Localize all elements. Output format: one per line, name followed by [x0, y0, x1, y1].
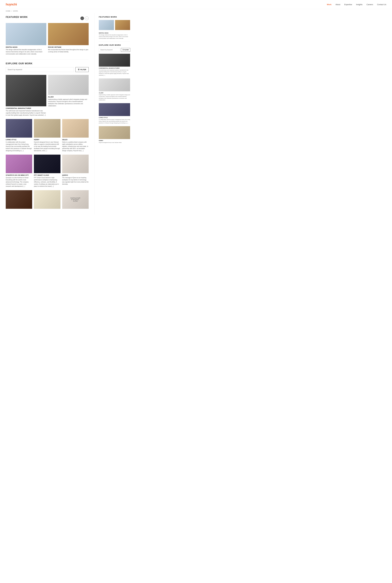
work-item-qorvo[interactable]: QORVO The message of Qorvo as an inspiri… [62, 155, 89, 187]
filter-label: FILTER [80, 69, 86, 70]
right-panel: FEATURED WORK DENTSU AEGIS The design re… [94, 13, 134, 214]
sidebar-work-item-conf[interactable]: CONFIDENTIAL MANUFACTURER The well-known… [99, 54, 130, 76]
sidebar-work-title-alliex: ALLIEX [99, 92, 130, 94]
work-title-confidential: CONFIDENTIAL MANUFACTURER [6, 107, 46, 109]
sidebar-featured-img-roche [115, 20, 130, 30]
featured-section: FEATURED WORK ← → DENTSU AEGIS The desig… [6, 16, 89, 55]
work-title-gelex: GELEX [62, 139, 89, 140]
featured-item-dentsu[interactable]: DENTSU AEGIS The design reflected this b… [6, 23, 46, 55]
nav-work[interactable]: Work [327, 3, 332, 5]
work-title-qorvo: QORVO [62, 174, 89, 176]
work-featured-row: CONFIDENTIAL MANUFACTURER The well-known… [6, 75, 89, 116]
work-item-living[interactable]: LIVING STYLE In collaboration with the p… [6, 119, 32, 152]
logo[interactable]: huynchi [6, 2, 17, 6]
sidebar-work-desc-alliex: Implementing a holistic approach which i… [99, 94, 130, 101]
nav-about[interactable]: About [336, 3, 340, 5]
work-item-kerry[interactable]: KERRY Huynchi designed Kerry's new Vietn… [34, 119, 60, 152]
carousel-prev[interactable]: ← [80, 16, 84, 20]
sidebar-featured-item-roche[interactable] [115, 20, 130, 30]
sidebar-work-title-living: LIVING STYLE [99, 117, 130, 118]
work-desc-qorvo: The message of Qorvo as an inspiring wor… [62, 177, 89, 185]
sidebar-work-desc-conf: The well-known and respected footwear ma… [99, 69, 130, 76]
sidebar-work-title-conf: CONFIDENTIAL MANUFACTURER [99, 67, 130, 69]
breadcrumb-separator: > [11, 10, 12, 12]
work-item-confidential[interactable]: CONFIDENTIAL MANUFACTURER The well-known… [6, 75, 46, 116]
work-item-fpt[interactable]: FPT SMART CLOUD FPT Smart Cloud desired … [34, 155, 60, 187]
sidebar-work-item-alliex[interactable]: ALLIEX Implementing a holistic approach … [99, 78, 130, 101]
featured-title-roche: ROCHE VIETNAM [48, 46, 89, 48]
featured-desc-roche: We incorporated the Roche brand througho… [48, 48, 89, 53]
work-row-4: inspiring people to feel good... for fir… [6, 190, 89, 209]
work-desc-living: In collaboration with the project manage… [6, 141, 32, 152]
featured-item-roche[interactable]: ROCHE VIETNAM We incorporated the Roche … [48, 23, 89, 55]
featured-desc-dentsu: The design reflected this beautiful amal… [6, 48, 46, 55]
sidebar-featured-img-dentsu [99, 20, 114, 30]
work-img-qorvo [62, 155, 89, 173]
sidebar-work-desc-living: In collaboration with the project manage… [99, 119, 130, 124]
filter-button[interactable]: ☰ FILTER [76, 67, 89, 72]
sidebar-featured-title: FEATURED WORK [99, 16, 130, 18]
sidebar-work-img-living [99, 103, 130, 116]
sidebar-work-desc-kerry: Huynchi designed Kerry's new Vietnam off… [99, 142, 130, 143]
nav-expertise[interactable]: Expertise [344, 3, 352, 5]
search-input[interactable] [6, 67, 74, 72]
sidebar-work-img-conf [99, 54, 130, 66]
sidebar-search-input[interactable] [99, 48, 120, 52]
sidebar-dentsu-desc: The design reflected this beautiful amal… [99, 34, 130, 39]
sidebar-work-item-living[interactable]: LIVING STYLE In collaboration with the p… [99, 103, 130, 124]
work-img-kerry [34, 119, 60, 138]
work-img-fpt [34, 155, 60, 173]
explore-title: EXPLORE OUR WORK [6, 62, 89, 65]
explore-section: EXPLORE OUR WORK ☰ FILTER CONFIDENTIAL M… [6, 62, 89, 209]
work-title-alliex: ALLIEX [48, 96, 89, 98]
logo-text: huynchi [6, 2, 17, 6]
featured-title-dentsu: DENTSU AEGIS [6, 46, 46, 48]
work-item-bottom3[interactable]: inspiring people to feel good... for fir… [62, 190, 89, 209]
work-item-alliex[interactable]: ALLIEX Implementing a holistic approach … [48, 75, 89, 116]
work-row-2: LIVING STYLE In collaboration with the p… [6, 119, 89, 152]
filter-icon: ☰ [78, 68, 80, 70]
sidebar-work-title-kerry: KERRY [99, 140, 130, 141]
work-desc-alliex: Implementing a holistic approach which i… [48, 98, 89, 107]
work-img-bottom1 [6, 190, 32, 209]
sidebar-dentsu-title: DENTSU AEGIS [99, 32, 130, 34]
work-img-gelex [62, 119, 89, 138]
work-img-bottom3: inspiring people to feel good... for fir… [62, 190, 89, 209]
breadcrumb-home[interactable]: HOME [6, 10, 10, 12]
featured-img-roche [48, 23, 89, 45]
featured-title: FEATURED WORK [6, 16, 28, 18]
work-title-kerry: KERRY [34, 139, 60, 140]
main-nav: Work About Expertise Insights Careers Co… [327, 3, 386, 5]
sidebar-explore-title: EXPLORE OUR WORK [99, 44, 130, 46]
breadcrumb: HOME > WORK [0, 9, 392, 13]
work-item-bottom1[interactable] [6, 190, 32, 209]
nav-careers[interactable]: Careers [366, 3, 373, 5]
sidebar-work-img-alliex [99, 78, 130, 91]
featured-grid: DENTSU AEGIS The design reflected this b… [6, 23, 89, 55]
nav-contact[interactable]: Contact Us [377, 3, 386, 5]
work-desc-fpt: FPT Smart Cloud desired a high-performan… [34, 177, 60, 187]
featured-img-dentsu [6, 23, 46, 45]
sidebar-filter-label: FILTER [124, 49, 129, 50]
sidebar-filter-button[interactable]: ☰ FILTER [121, 48, 130, 52]
work-title-fpt: FPT SMART CLOUD [34, 174, 60, 176]
work-img-synopsys [6, 155, 32, 173]
work-item-synopsys[interactable]: SYNOPSYS HO CHI MINH CITY Synopsis is at… [6, 155, 32, 187]
sidebar-filter-icon: ☰ [122, 49, 124, 50]
work-desc-synopsys: Synopsis is at the forefront of Smart Ev… [6, 177, 32, 187]
nav-insights[interactable]: Insights [356, 3, 362, 5]
work-desc-confidential: The well-known and respected footwear ma… [6, 110, 46, 116]
sidebar-work-item-kerry[interactable]: KERRY Huynchi designed Kerry's new Vietn… [99, 126, 130, 143]
header: huynchi Work About Expertise Insights Ca… [0, 0, 392, 9]
work-title-synopsys: SYNOPSYS HO CHI MINH CITY [6, 174, 32, 176]
sidebar-work-img-kerry [99, 126, 130, 139]
sidebar-featured-item-dentsu[interactable] [99, 20, 114, 30]
work-row-3: SYNOPSYS HO CHI MINH CITY Synopsis is at… [6, 155, 89, 187]
work-desc-kerry: Huynchi designed Kerry's new Vietnam off… [34, 141, 60, 152]
carousel-next[interactable]: → [85, 16, 89, 20]
sidebar-featured-grid [99, 20, 130, 30]
work-img-confidential [6, 75, 46, 106]
work-item-bottom2[interactable] [34, 190, 60, 209]
work-title-living: LIVING STYLE [6, 139, 32, 140]
work-item-gelex[interactable]: GELEX Gelex is a publicly-listed company… [62, 119, 89, 152]
